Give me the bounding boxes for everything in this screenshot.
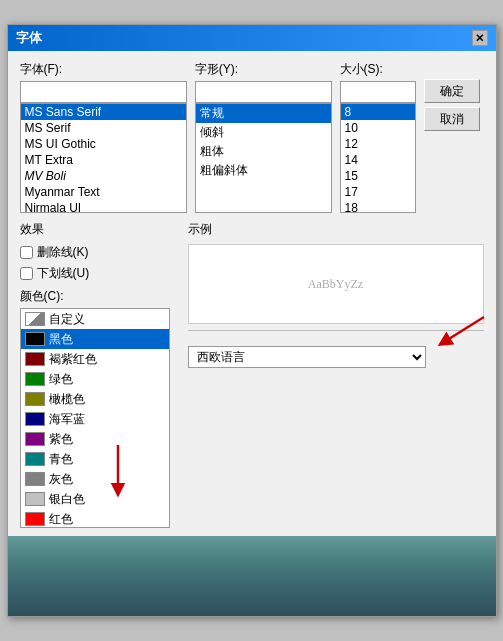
color-swatch — [25, 392, 45, 406]
preview-label: 示例 — [188, 221, 484, 238]
preview-box: AaBbYyZz — [188, 244, 484, 324]
list-item[interactable]: 粗体 — [196, 142, 331, 161]
font-size-input[interactable]: 8 — [340, 81, 416, 103]
color-item[interactable]: 海军蓝 — [21, 409, 169, 429]
color-item[interactable]: 自定义 — [21, 309, 169, 329]
list-item[interactable]: 15 — [341, 168, 415, 184]
color-name: 橄榄色 — [49, 391, 85, 408]
color-item[interactable]: 灰色 — [21, 469, 169, 489]
effects-group: 效果 删除线(K) 下划线(U) 颜色(C): 自定义 — [20, 221, 180, 528]
color-item[interactable]: 红色 — [21, 509, 169, 528]
font-size-list[interactable]: 8 10 12 14 15 17 18 — [340, 103, 416, 213]
cancel-button[interactable]: 取消 — [424, 107, 480, 131]
font-style-list[interactable]: 常规 倾斜 粗体 粗偏斜体 — [195, 103, 332, 213]
underline-row: 下划线(U) — [20, 265, 180, 282]
color-item[interactable]: 褐紫红色 — [21, 349, 169, 369]
script-select[interactable]: 西欧语言 — [188, 346, 426, 368]
font-style-group: 字形(Y): 常规 常规 倾斜 粗体 粗偏斜体 — [195, 61, 332, 213]
list-item[interactable]: Myanmar Text — [21, 184, 186, 200]
list-item[interactable]: 粗偏斜体 — [196, 161, 331, 180]
color-item[interactable]: 青色 — [21, 449, 169, 469]
color-name: 灰色 — [49, 471, 73, 488]
color-swatch — [25, 472, 45, 486]
color-list[interactable]: 自定义 黑色 褐紫红色 绿色 — [20, 308, 170, 528]
preview-text: AaBbYyZz — [308, 277, 363, 292]
color-name: 自定义 — [49, 311, 85, 328]
color-label: 颜色(C): — [20, 288, 180, 305]
strikethrough-row: 删除线(K) — [20, 244, 180, 261]
color-swatch — [25, 452, 45, 466]
action-buttons: 确定 取消 — [424, 61, 484, 213]
strikethrough-checkbox[interactable] — [20, 246, 33, 259]
font-name-group: 字体(F): MS Sans Serif MS Sans Serif MS Se… — [20, 61, 187, 213]
ok-button[interactable]: 确定 — [424, 79, 480, 103]
background-image — [8, 536, 496, 616]
color-item[interactable]: 绿色 — [21, 369, 169, 389]
underline-checkbox[interactable] — [20, 267, 33, 280]
font-dialog: 字体 ✕ 字体(F): MS Sans Serif MS Sans Serif … — [7, 24, 497, 617]
list-item[interactable]: 10 — [341, 120, 415, 136]
list-item[interactable]: MT Extra — [21, 152, 186, 168]
list-item[interactable]: 12 — [341, 136, 415, 152]
font-name-label: 字体(F): — [20, 61, 187, 78]
font-style-label: 字形(Y): — [195, 61, 332, 78]
color-name: 褐紫红色 — [49, 351, 97, 368]
color-swatch — [25, 432, 45, 446]
color-name: 红色 — [49, 511, 73, 528]
color-swatch — [25, 412, 45, 426]
color-swatch — [25, 492, 45, 506]
list-item[interactable]: MS Serif — [21, 120, 186, 136]
color-item[interactable]: 银白色 — [21, 489, 169, 509]
font-name-input[interactable]: MS Sans Serif — [20, 81, 187, 103]
color-name: 黑色 — [49, 331, 73, 348]
font-size-group: 大小(S): 8 8 10 12 14 15 17 18 — [340, 61, 416, 213]
middle-section: 效果 删除线(K) 下划线(U) 颜色(C): 自定义 — [20, 221, 484, 528]
list-item[interactable]: 14 — [341, 152, 415, 168]
color-name: 紫色 — [49, 431, 73, 448]
color-name: 海军蓝 — [49, 411, 85, 428]
dialog-body: 字体(F): MS Sans Serif MS Sans Serif MS Se… — [8, 51, 496, 536]
underline-label: 下划线(U) — [37, 265, 90, 282]
color-swatch — [25, 512, 45, 526]
list-item[interactable]: MV Boli — [21, 168, 186, 184]
color-name: 银白色 — [49, 491, 85, 508]
font-name-list[interactable]: MS Sans Serif MS Serif MS UI Gothic MT E… — [20, 103, 187, 213]
color-name: 绿色 — [49, 371, 73, 388]
strikethrough-label: 删除线(K) — [37, 244, 89, 261]
list-item[interactable]: 17 — [341, 184, 415, 200]
close-button[interactable]: ✕ — [472, 30, 488, 46]
dialog-title: 字体 — [16, 29, 42, 47]
list-item[interactable]: 常规 — [196, 104, 331, 123]
divider — [188, 330, 484, 331]
color-item[interactable]: 橄榄色 — [21, 389, 169, 409]
arrow-annotation — [434, 337, 484, 377]
font-size-label: 大小(S): — [340, 61, 416, 78]
font-style-input[interactable]: 常规 — [195, 81, 332, 103]
color-item[interactable]: 紫色 — [21, 429, 169, 449]
top-section: 字体(F): MS Sans Serif MS Sans Serif MS Se… — [20, 61, 484, 213]
list-item[interactable]: Nirmala UI — [21, 200, 186, 213]
color-swatch — [25, 352, 45, 366]
script-row: 西欧语言 — [188, 337, 484, 377]
color-swatch — [25, 312, 45, 326]
color-name: 青色 — [49, 451, 73, 468]
color-swatch — [25, 332, 45, 346]
color-item[interactable]: 黑色 — [21, 329, 169, 349]
effects-label: 效果 — [20, 221, 180, 238]
list-item[interactable]: MS UI Gothic — [21, 136, 186, 152]
list-item[interactable]: 8 — [341, 104, 415, 120]
list-item[interactable]: 倾斜 — [196, 123, 331, 142]
list-item[interactable]: MS Sans Serif — [21, 104, 186, 120]
title-bar: 字体 ✕ — [8, 25, 496, 51]
preview-group: 示例 AaBbYyZz 西欧语言 — [188, 221, 484, 528]
list-item[interactable]: 18 — [341, 200, 415, 213]
color-swatch — [25, 372, 45, 386]
